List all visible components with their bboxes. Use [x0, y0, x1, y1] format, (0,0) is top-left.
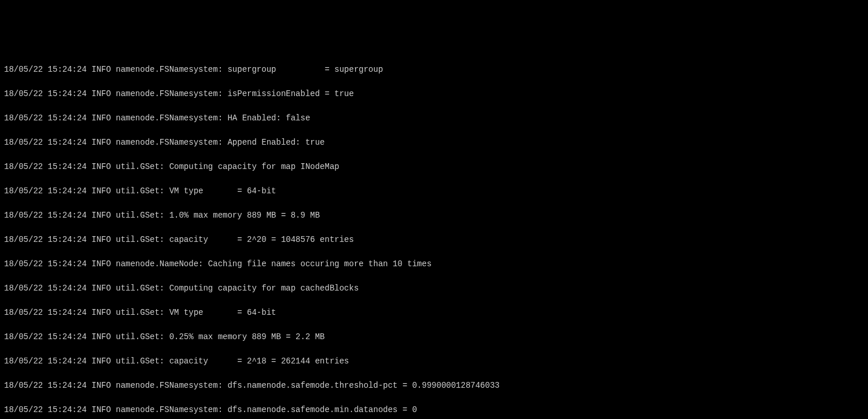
log-line: 18/05/22 15:24:24 INFO namenode.FSNamesy…: [4, 404, 864, 416]
log-line: 18/05/22 15:24:24 INFO util.GSet: capaci…: [4, 234, 864, 246]
log-line: 18/05/22 15:24:24 INFO namenode.FSNamesy…: [4, 88, 864, 100]
log-line: 18/05/22 15:24:24 INFO namenode.NameNode…: [4, 258, 864, 270]
log-line: 18/05/22 15:24:24 INFO namenode.FSNamesy…: [4, 112, 864, 124]
log-line: 18/05/22 15:24:24 INFO namenode.FSNamesy…: [4, 137, 864, 149]
log-line: 18/05/22 15:24:24 INFO util.GSet: 1.0% m…: [4, 210, 864, 222]
log-line: 18/05/22 15:24:24 INFO util.GSet: capaci…: [4, 355, 864, 367]
log-line: 18/05/22 15:24:24 INFO namenode.FSNamesy…: [4, 64, 864, 76]
terminal-output: 18/05/22 15:24:24 INFO namenode.FSNamesy…: [4, 52, 864, 419]
log-line: 18/05/22 15:24:24 INFO util.GSet: Comput…: [4, 161, 864, 173]
log-line: 18/05/22 15:24:24 INFO util.GSet: 0.25% …: [4, 331, 864, 343]
log-line: 18/05/22 15:24:24 INFO util.GSet: VM typ…: [4, 185, 864, 197]
log-line: 18/05/22 15:24:24 INFO namenode.FSNamesy…: [4, 380, 864, 392]
log-line: 18/05/22 15:24:24 INFO util.GSet: VM typ…: [4, 307, 864, 319]
log-line: 18/05/22 15:24:24 INFO util.GSet: Comput…: [4, 282, 864, 295]
